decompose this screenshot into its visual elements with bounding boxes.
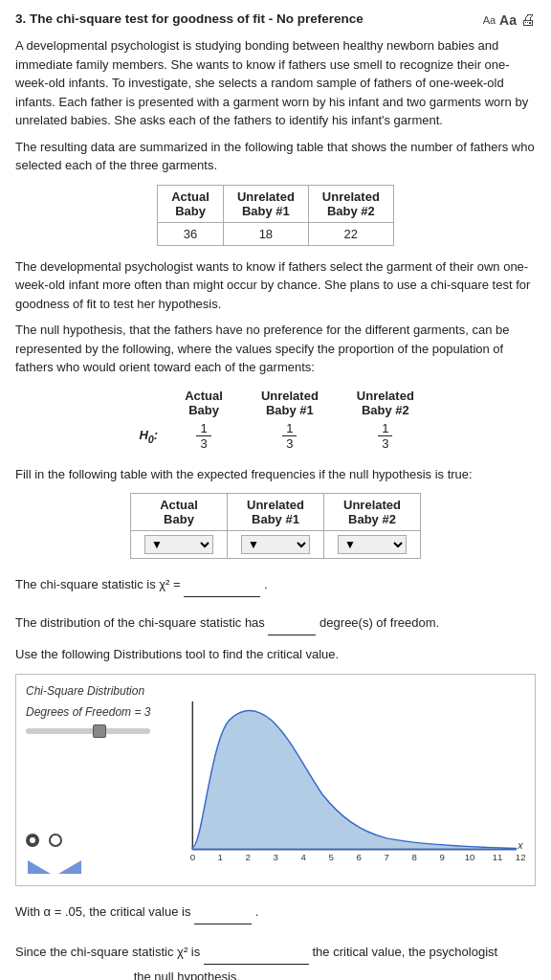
axis-label-5: 5 [328,852,333,862]
h0-label: H0: [118,419,165,454]
obs-val-3: 22 [308,222,393,245]
axis-label-6: 6 [356,852,361,862]
axis-label-11: 11 [493,852,503,862]
exp-select-3[interactable]: ▼ [338,535,407,554]
print-icon[interactable]: 🖨 [520,11,536,29]
svg-marker-0 [28,860,51,874]
obs-col-2: UnrelatedBaby #1 [223,185,308,222]
left-tail-icon [26,858,53,876]
h0-frac-3: 1 3 [338,419,433,454]
h0-frac-2: 1 3 [242,419,338,454]
body-text-4: The null hypothesis, that the fathers ha… [15,321,536,377]
question-title: 3. The chi-square test for goodness of f… [15,11,474,26]
radio-row [26,776,166,847]
obs-col-3: UnrelatedBaby #2 [308,185,393,222]
font-large[interactable]: Aa [499,12,517,28]
exp-col-3: UnrelatedBaby #2 [324,494,421,531]
body-text-2: The resulting data are summarized in the… [15,138,536,175]
radio-right[interactable] [49,834,62,847]
radio-left[interactable] [26,834,39,847]
critical-value-blank[interactable] [194,911,252,924]
conclusion1-suffix: the null hypothesis. [134,969,240,980]
axis-label-9: 9 [439,852,444,862]
body-text-5: Fill in the following table with the exp… [15,465,536,484]
axis-label-7: 7 [384,852,388,862]
axis-label-1: 1 [218,852,223,862]
right-tail-icon [56,858,83,876]
x-axis-label: x [517,839,523,851]
obs-val-2: 18 [223,222,308,245]
font-controls: Aa Aa 🖨 [483,11,536,29]
h0-section: ActualBaby UnrelatedBaby #1 UnrelatedBab… [15,387,536,454]
obs-col-1: ActualBaby [158,185,224,222]
h0-frac-1: 1 3 [165,419,242,454]
body-text-3: The developmental psychologist wants to … [15,257,536,314]
chi-square-graph: 0 1 2 3 4 5 6 7 8 9 10 11 12 x [174,684,525,876]
expected-table: ActualBaby UnrelatedBaby #1 UnrelatedBab… [130,493,421,559]
axis-label-8: 8 [411,852,416,862]
axis-label-2: 2 [246,852,251,862]
exp-dropdown-1[interactable]: ▼ [131,531,228,559]
exp-col-2: UnrelatedBaby #1 [228,494,324,531]
dof-line: The distribution of the chi-square stati… [15,611,536,635]
observed-table-wrapper: ActualBaby UnrelatedBaby #1 UnrelatedBab… [15,185,536,246]
body-text-1: A developmental psychologist is studying… [15,36,536,130]
axis-label-4: 4 [301,852,307,862]
h0-col-3: UnrelatedBaby #2 [338,387,433,419]
obs-val-1: 36 [158,222,224,245]
conclusion1-mid: the critical value, the psychologist [312,945,497,959]
tail-icons [26,858,166,876]
dof-blank[interactable] [268,622,316,635]
axis-label-0: 0 [190,852,195,862]
expected-table-wrapper: ActualBaby UnrelatedBaby #1 UnrelatedBab… [15,493,536,559]
dist-dof: Degrees of Freedom = 3 [26,705,166,719]
chi-stat-line: The chi-square statistic is χ² = . [15,572,536,597]
dist-right-panel: 0 1 2 3 4 5 6 7 8 9 10 11 12 x [174,684,525,876]
font-small[interactable]: Aa [483,14,496,26]
dist-tool-label: Use the following Distributions tool to … [15,645,536,664]
slider-thumb[interactable] [93,724,106,738]
axis-label-10: 10 [465,852,475,862]
conclusion1-prefix: Since the chi-square statistic χ² is [15,945,200,959]
question-title-text: The chi-square test for goodness of fit … [30,11,364,26]
exp-select-1[interactable]: ▼ [144,535,213,554]
axis-label-12: 12 [516,852,525,862]
alpha-label: With α = .05, the critical value is [15,904,194,919]
conclusion-1: Since the chi-square statistic χ² is the… [15,940,536,980]
svg-marker-1 [58,860,81,874]
exp-select-2[interactable]: ▼ [241,535,310,554]
exp-dropdown-3[interactable]: ▼ [324,531,421,559]
h0-table: ActualBaby UnrelatedBaby #1 UnrelatedBab… [118,387,433,454]
alpha-period: . [255,904,259,919]
axis-label-3: 3 [274,852,278,862]
alpha-line: With α = .05, the critical value is . [15,900,536,924]
slider-track[interactable] [26,728,150,734]
observed-table: ActualBaby UnrelatedBaby #1 UnrelatedBab… [157,185,394,246]
dist-title: Chi-Square Distribution [26,684,166,698]
chi-stat-period: . [264,577,268,591]
exp-col-1: ActualBaby [131,494,228,531]
conclusion1-blank1[interactable] [204,951,309,965]
conclusion1-blank2[interactable] [15,976,130,980]
question-number: 3. [15,11,26,26]
dist-left-panel: Chi-Square Distribution Degrees of Freed… [26,684,174,876]
h0-spacer [118,387,165,419]
dof-label: The distribution of the chi-square stati… [15,615,265,630]
exp-dropdown-2[interactable]: ▼ [228,531,324,559]
dof-suffix: degree(s) of freedom. [320,615,439,630]
distribution-tool: Chi-Square Distribution Degrees of Freed… [15,674,536,886]
chi-stat-blank[interactable] [184,584,260,597]
chi-stat-label: The chi-square statistic is χ² = [15,577,181,591]
h0-col-2: UnrelatedBaby #1 [242,387,338,419]
h0-col-1: ActualBaby [165,387,242,419]
